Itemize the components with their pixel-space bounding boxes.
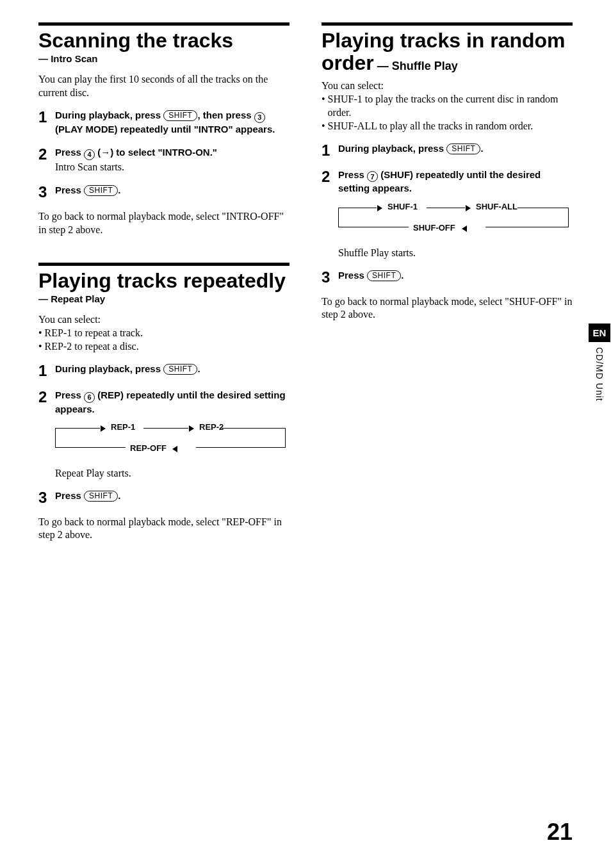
shift-button-label: SHIFT: [163, 110, 197, 121]
text: Press: [338, 169, 367, 180]
shift-button-label: SHIFT: [163, 364, 197, 375]
repeat-cycle-diagram: REP-1 REP-2 REP-OFF: [55, 422, 286, 457]
right-column: Playing tracks in random order — Shuffle…: [322, 22, 573, 568]
scan-outro: To go back to normal playback mode, sele…: [38, 210, 289, 237]
text: During playback, press: [55, 363, 163, 374]
text: Press: [338, 270, 367, 281]
button-6-icon: 6: [84, 392, 95, 403]
text: (PLAY MODE) repeatedly until "INTRO" app…: [55, 124, 275, 135]
text: (→) to select "INTRO-ON.": [95, 147, 217, 158]
cycle-label: SHUF-ALL: [476, 202, 517, 211]
section-subtitle-repeat: — Repeat Play: [38, 293, 289, 304]
bullet-text: SHUF-ALL to play all the tracks in rando…: [328, 120, 534, 133]
step-body: During playback, press SHIFT.: [338, 142, 573, 155]
scan-intro: You can play the first 10 seconds of all…: [38, 73, 289, 100]
language-badge: EN: [589, 323, 610, 342]
section-subtitle-scan: — Intro Scan: [38, 53, 289, 64]
section-repeat: Playing tracks repeatedly — Repeat Play …: [38, 263, 289, 542]
step-body: Press 7 (SHUF) repeatedly until the desi…: [338, 168, 573, 195]
repeat-step-3: 3 Press SHIFT.: [38, 489, 289, 505]
shuffle-step-3: 3 Press SHIFT.: [322, 269, 573, 285]
shuffle-step-2: 2 Press 7 (SHUF) repeatedly until the de…: [322, 168, 573, 195]
cycle-label: REP-2: [199, 422, 224, 432]
text: .: [197, 363, 200, 374]
title-sub: — Shuffle Play: [374, 60, 458, 72]
frame-line: [427, 208, 465, 209]
side-tab: EN CD/MD Unit: [588, 323, 611, 402]
section-shuffle: Playing tracks in random order — Shuffle…: [322, 22, 573, 322]
arrow-left-icon: [462, 224, 467, 234]
list-item: SHUF-ALL to play all the tracks in rando…: [322, 120, 573, 133]
list-item: SHUF-1 to play the tracks on the current…: [322, 93, 573, 120]
section-scanning: Scanning the tracks — Intro Scan You can…: [38, 22, 289, 237]
step-number: 3: [38, 489, 55, 505]
repeat-step-1: 1 During playback, press SHIFT.: [38, 363, 289, 379]
frame-line: [143, 428, 188, 429]
frame-line: [338, 220, 409, 227]
shuffle-outro: To go back to normal playback mode, sele…: [322, 295, 573, 322]
button-3-icon: 3: [254, 112, 265, 123]
text: Press: [55, 184, 84, 195]
step-body: During playback, press SHIFT.: [55, 363, 289, 375]
frame-line: [196, 441, 286, 448]
text: Press: [55, 147, 84, 158]
section-tab-label: CD/MD Unit: [594, 342, 605, 402]
step-result: Intro Scan starts.: [55, 160, 289, 174]
shift-button-label: SHIFT: [367, 270, 401, 281]
frame-line: [517, 208, 569, 220]
step-body: Press 6 (REP) repeatedly until the desir…: [55, 389, 289, 416]
repeat-intro: You can select:: [38, 313, 289, 327]
cycle-label: REP-OFF: [130, 443, 167, 453]
text: .: [401, 270, 403, 281]
bullet-text: REP-1 to repeat a track.: [45, 327, 143, 340]
shuffle-step2-result: Shuffle Play starts.: [322, 247, 573, 260]
shuffle-intro: You can select:: [322, 79, 573, 93]
step-number: 3: [38, 184, 55, 200]
step-number: 1: [322, 142, 338, 158]
page-number: 21: [547, 819, 573, 846]
bullet-text: REP-2 to repeat a disc.: [45, 340, 139, 354]
step-body: Press SHIFT.: [55, 184, 289, 197]
step-number: 2: [38, 389, 55, 405]
step-body: Press SHIFT.: [338, 269, 573, 282]
page-columns: Scanning the tracks — Intro Scan You can…: [38, 22, 573, 568]
arrow-left-icon: [172, 445, 177, 454]
text: .: [480, 143, 483, 154]
button-7-icon: 7: [367, 171, 378, 182]
step-number: 1: [38, 363, 55, 379]
shuffle-step-1: 1 During playback, press SHIFT.: [322, 142, 573, 158]
arrow-right-icon: [466, 204, 471, 213]
list-item: REP-1 to repeat a track.: [38, 327, 289, 340]
scan-step-3: 3 Press SHIFT.: [38, 184, 289, 200]
section-title-shuffle: Playing tracks in random order — Shuffle…: [322, 29, 573, 74]
section-rule: [38, 263, 289, 266]
arrow-right-icon: [101, 424, 106, 434]
step-number: 3: [322, 269, 338, 285]
frame-line: [222, 428, 286, 441]
text: Press: [55, 389, 84, 400]
step-body: Press SHIFT.: [55, 489, 289, 502]
list-item: REP-2 to repeat a disc.: [38, 340, 289, 354]
scan-step-1: 1 During playback, press SHIFT, then pre…: [38, 109, 289, 136]
step-number: 2: [322, 168, 338, 184]
step-body: During playback, press SHIFT, then press…: [55, 109, 289, 136]
section-rule: [38, 22, 289, 26]
repeat-step2-result: Repeat Play starts.: [38, 467, 289, 480]
shift-button-label: SHIFT: [446, 143, 480, 154]
bullet-text: SHUF-1 to play the tracks on the current…: [328, 93, 573, 120]
shift-button-label: SHIFT: [84, 185, 118, 196]
shift-button-label: SHIFT: [84, 491, 118, 502]
text: During playback, press: [338, 143, 446, 154]
text: .: [118, 490, 120, 501]
repeat-outro: To go back to normal playback mode, sele…: [38, 516, 289, 543]
text: .: [118, 184, 120, 195]
text: During playback, press: [55, 110, 163, 120]
text: Press: [55, 490, 84, 501]
step-number: 2: [38, 146, 55, 162]
shuffle-bullets: SHUF-1 to play the tracks on the current…: [322, 93, 573, 133]
text: , then press: [197, 110, 254, 120]
cycle-label: REP-1: [111, 422, 135, 432]
step-number: 1: [38, 109, 55, 125]
frame-line: [485, 220, 569, 227]
section-title-repeat: Playing tracks repeatedly: [38, 270, 289, 292]
